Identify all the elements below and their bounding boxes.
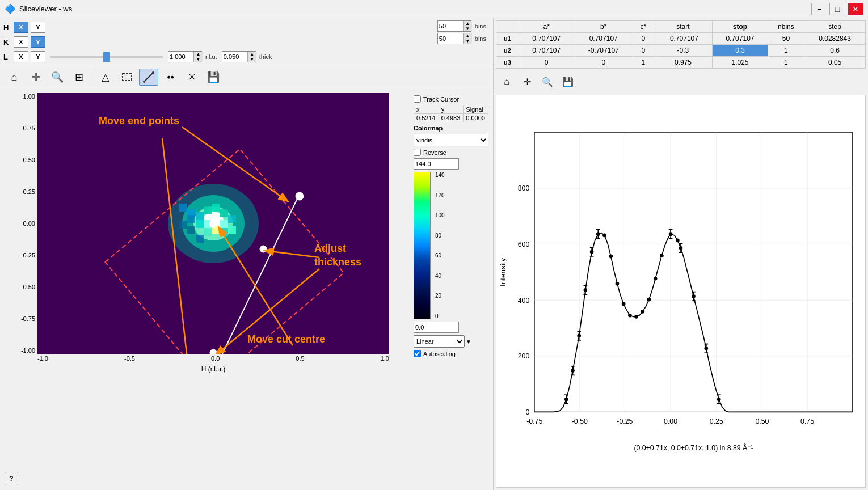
- svg-rect-14: [220, 209, 228, 217]
- right-y-axis-title: Intensity: [499, 258, 507, 286]
- u2-stop[interactable]: 0.3: [713, 45, 768, 57]
- right-xtick-p075: 0.75: [800, 417, 814, 425]
- right-ytick-200: 200: [518, 352, 530, 360]
- svg-point-88: [564, 398, 568, 402]
- l-x-button[interactable]: X: [14, 51, 28, 62]
- k-bins-up[interactable]: ▲: [463, 33, 472, 39]
- h-bins-row: ▲ ▼ bins: [437, 20, 490, 32]
- svg-point-106: [679, 246, 683, 250]
- autoscale-row: Autoscaling: [414, 350, 488, 357]
- pan-button[interactable]: ✛: [26, 69, 45, 86]
- svg-point-89: [571, 369, 575, 373]
- h-bins-down[interactable]: ▼: [463, 26, 472, 31]
- u1-nbins: 50: [768, 33, 804, 45]
- autoscale-checkbox[interactable]: [414, 350, 421, 357]
- svg-point-97: [622, 302, 626, 306]
- colormap-select[interactable]: viridis plasma inferno hot cool jet: [414, 134, 488, 146]
- plot-with-axes: 1.00 0.75 0.50 0.25 0.00 -0.25 -0.50 -0.…: [16, 93, 407, 468]
- svg-rect-19: [220, 220, 228, 228]
- region-icon: [121, 71, 133, 83]
- svg-point-94: [602, 234, 606, 238]
- l-value-input[interactable]: [168, 52, 193, 62]
- svg-point-99: [634, 315, 638, 319]
- svg-rect-27: [196, 235, 204, 243]
- plot-region: 1.00 0.75 0.50 0.25 0.00 -0.25 -0.50 -0.…: [0, 88, 493, 473]
- reverse-checkbox[interactable]: [414, 149, 421, 156]
- right-save-button[interactable]: 💾: [559, 74, 576, 90]
- l-thick-label: thick: [259, 53, 272, 60]
- line-cut-icon: [143, 71, 154, 83]
- svg-point-100: [641, 310, 644, 314]
- x-axis-title: H (r.l.u.): [37, 365, 389, 373]
- h-bins-input[interactable]: [438, 21, 463, 31]
- region-button[interactable]: [117, 69, 137, 86]
- h-x-button[interactable]: X: [14, 22, 28, 33]
- h-bins-spinbox[interactable]: ▲ ▼: [437, 20, 471, 32]
- x-tick-labels: -1.0 -0.5 0.0 0.5 1.0: [37, 355, 389, 362]
- right-zoom-button[interactable]: 🔍: [539, 74, 556, 90]
- cursor-y-value: 0.4983: [439, 114, 464, 122]
- l-value-down[interactable]: ▼: [193, 57, 203, 62]
- col-stop: stop: [713, 21, 768, 33]
- h-bins-up[interactable]: ▲: [463, 21, 472, 26]
- svg-point-95: [609, 255, 613, 259]
- help-button[interactable]: ?: [5, 472, 18, 485]
- svg-text:thickness: thickness: [314, 256, 361, 268]
- svg-rect-16: [196, 220, 204, 228]
- home-button[interactable]: ⌂: [5, 69, 24, 86]
- k-y-button[interactable]: Y: [31, 36, 45, 48]
- plot-svg: Move end points Adjust thickness Move cu…: [37, 93, 389, 354]
- titlebar-controls: − □ ✕: [811, 3, 863, 15]
- right-panel-inner: a* b* c* start stop nbins step u1 0.7071: [494, 18, 868, 490]
- u3-a: 0: [519, 57, 574, 69]
- l-value-up[interactable]: ▲: [193, 52, 203, 57]
- l-thick-up[interactable]: ▲: [247, 52, 256, 57]
- k-bins-down[interactable]: ▼: [463, 39, 472, 44]
- grid-button[interactable]: ⊞: [69, 69, 89, 86]
- l-thick-input[interactable]: [222, 52, 247, 62]
- peaks-button[interactable]: ✳: [182, 69, 201, 86]
- controls-top: H X Y K X Y L X Y: [0, 18, 493, 66]
- scale-select[interactable]: Linear Log Power: [414, 335, 465, 348]
- projection-table: a* b* c* start stop nbins step u1 0.7071: [496, 20, 866, 69]
- line-cut-button[interactable]: [139, 69, 158, 86]
- h-y-button[interactable]: Y: [31, 22, 45, 33]
- ctick-40: 40: [435, 273, 445, 279]
- svg-point-2: [143, 81, 145, 83]
- right-ytick-400: 400: [518, 297, 530, 305]
- scatter-button[interactable]: ⦁⦁: [161, 69, 180, 86]
- l-thick-down[interactable]: ▼: [247, 57, 256, 62]
- track-cursor-checkbox[interactable]: [414, 95, 421, 103]
- ctick-60: 60: [435, 252, 445, 259]
- left-panel: H X Y K X Y L X Y: [0, 18, 494, 490]
- u3-nbins: 1: [768, 57, 804, 69]
- k-bins-label: bins: [475, 35, 486, 42]
- cmax-input[interactable]: [414, 158, 459, 170]
- l-slider-thumb[interactable]: [103, 52, 110, 62]
- k-bins-spinbox[interactable]: ▲ ▼: [437, 33, 471, 44]
- svg-rect-15: [228, 215, 236, 223]
- k-x-button[interactable]: X: [14, 36, 28, 48]
- l-slider-track[interactable]: [50, 56, 163, 58]
- close-button[interactable]: ✕: [848, 3, 863, 15]
- right-xtick-p025: 0.25: [710, 417, 723, 425]
- right-pan-button[interactable]: ✛: [519, 74, 536, 90]
- l-y-button[interactable]: Y: [31, 51, 45, 62]
- cmin-input[interactable]: [414, 322, 459, 333]
- right-home-button[interactable]: ⌂: [498, 74, 515, 90]
- maximize-button[interactable]: □: [829, 3, 845, 15]
- ctick-20: 20: [435, 293, 445, 299]
- zoom-button[interactable]: 🔍: [48, 69, 67, 86]
- save-button[interactable]: 💾: [204, 69, 223, 86]
- k-bins-input[interactable]: [438, 33, 463, 44]
- ytick-n050: -0.50: [21, 284, 35, 290]
- minimize-button[interactable]: −: [811, 3, 827, 15]
- u1-a: 0.707107: [519, 33, 574, 45]
- k-bins-row: ▲ ▼ bins: [437, 33, 490, 44]
- l-thick-spinbox[interactable]: ▲ ▼: [222, 51, 256, 62]
- u2-a: 0.707107: [519, 45, 574, 57]
- svg-point-92: [590, 250, 594, 254]
- l-value-spinbox[interactable]: ▲ ▼: [168, 51, 202, 62]
- svg-rect-11: [196, 212, 204, 220]
- triangle-button[interactable]: △: [96, 69, 115, 86]
